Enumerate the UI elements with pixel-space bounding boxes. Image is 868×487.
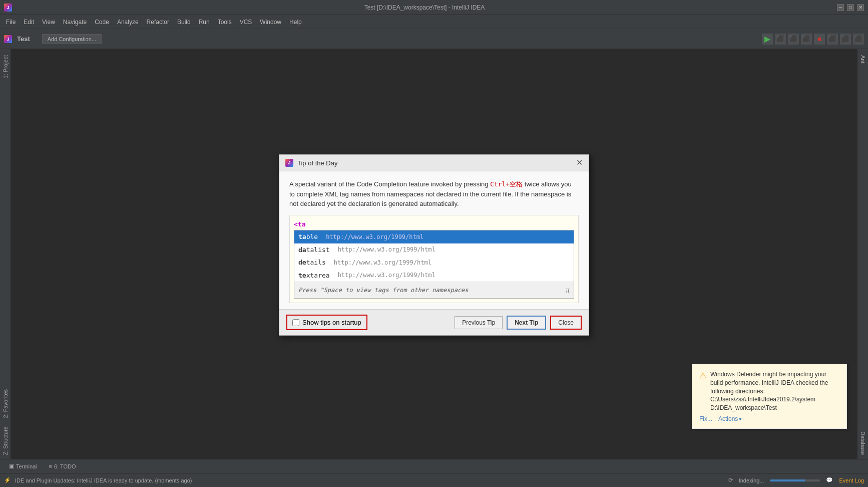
left-sidebar-section: 1: Project 2: Favorites Z: Structure — [1, 51, 10, 459]
dialog-footer: Show tips on startup Previous Tip Next T… — [279, 309, 589, 335]
event-log-label[interactable]: Event Log — [839, 477, 864, 483]
dialog-title-bar: J Tip of the Day ✕ — [279, 155, 589, 171]
terminal-label: Terminal — [16, 463, 37, 469]
close-dialog-button[interactable]: Close — [550, 315, 582, 329]
right-sidebar: Ant Database — [857, 49, 868, 459]
toolbar-logo: J — [4, 35, 12, 43]
tip-description: A special variant of the Code Completion… — [289, 179, 579, 209]
completion-item-textarea[interactable]: textarea http://www.w3.org/1999/html — [294, 269, 574, 282]
actions-link[interactable]: Actions ▾ — [718, 415, 742, 422]
todo-label: 6: TODO — [54, 463, 76, 469]
run-button[interactable]: ▶ — [762, 34, 773, 45]
toolbar: J Test Add Configuration... ▶ ⬛ ⬛ ⬛ ■ ⬛ … — [0, 29, 868, 49]
coverage-button[interactable]: ⬛ — [788, 34, 799, 45]
menu-analyze[interactable]: Analyze — [113, 17, 143, 28]
debug-button[interactable]: ⬛ — [775, 34, 786, 45]
show-tips-label: Show tips on startup — [302, 319, 361, 326]
sidebar-item-project[interactable]: 1: Project — [1, 51, 10, 82]
app-logo: J — [4, 4, 12, 12]
notification-content: ⚠ Windows Defender might be impacting yo… — [699, 370, 839, 412]
menu-edit[interactable]: Edit — [20, 17, 38, 28]
completion-footer-text: Press ^Space to view tags from other nam… — [298, 286, 469, 295]
actions-arrow-icon: ▾ — [739, 416, 742, 422]
menu-code[interactable]: Code — [91, 17, 113, 28]
completion-item-datalist[interactable]: datalist http://www.w3.org/1999/html — [294, 243, 574, 256]
status-update-icon: ⚡ — [4, 477, 11, 483]
terminal-icon: ▣ — [9, 463, 14, 469]
fix-link[interactable]: Fix... — [699, 415, 712, 422]
dialog-title-text: Tip of the Day — [297, 159, 337, 166]
maximize-button[interactable]: □ — [847, 4, 854, 11]
warning-icon: ⚠ — [699, 370, 706, 381]
sidebar-item-structure[interactable]: Z: Structure — [1, 422, 10, 459]
main-area: 1: Project 2: Favorites Z: Structure J T… — [0, 49, 868, 459]
sync-button[interactable]: ⬛ — [840, 34, 851, 45]
menu-navigate[interactable]: Navigate — [59, 17, 91, 28]
pi-symbol: π — [566, 284, 570, 296]
notification-text: Windows Defender might be impacting your… — [710, 370, 839, 412]
dialog-title-left: J Tip of the Day — [285, 159, 337, 167]
right-tab-database[interactable]: Database — [858, 427, 867, 459]
indexing-progress-bar — [770, 479, 820, 481]
bottom-tab-todo[interactable]: ≡ 6: TODO — [44, 461, 81, 471]
todo-icon: ≡ — [49, 463, 52, 469]
menu-build[interactable]: Build — [173, 17, 195, 28]
status-update-text: IDE and Plugin Updates: IntelliJ IDEA is… — [15, 477, 192, 483]
completion-footer: Press ^Space to view tags from other nam… — [294, 282, 574, 298]
menu-window[interactable]: Window — [256, 17, 285, 28]
window-title: Test [D:\IDEA_workspace\Test] - IntelliJ… — [12, 4, 837, 11]
title-bar-controls: ─ □ ✕ — [837, 4, 864, 11]
menu-run[interactable]: Run — [195, 17, 214, 28]
build-button[interactable]: ⬛ — [827, 34, 838, 45]
notification-box: ⚠ Windows Defender might be impacting yo… — [692, 364, 847, 429]
actions-label[interactable]: Actions — [718, 415, 738, 422]
menu-help[interactable]: Help — [285, 17, 306, 28]
progress-fill — [770, 479, 805, 481]
status-bar: ⚡ IDE and Plugin Updates: IntelliJ IDEA … — [0, 473, 868, 487]
show-tips-area: Show tips on startup — [286, 315, 367, 330]
terminal-toolbar-button[interactable]: ⬛ — [853, 34, 864, 45]
code-demo-area: <ta table http://www.w3.org/1999/html da… — [289, 214, 579, 303]
indexing-text: Indexing... — [739, 477, 764, 483]
tip-of-day-dialog: J Tip of the Day ✕ A special variant of … — [279, 154, 589, 336]
completion-item-table[interactable]: table http://www.w3.org/1999/html — [294, 230, 574, 243]
tip-text-before: A special variant of the Code Completion… — [289, 180, 490, 188]
menu-refactor[interactable]: Refactor — [143, 17, 173, 28]
sidebar-item-favorites[interactable]: 2: Favorites — [1, 385, 10, 422]
left-sidebar: 1: Project 2: Favorites Z: Structure — [0, 49, 11, 459]
next-tip-button[interactable]: Next Tip — [507, 315, 546, 329]
minimize-button[interactable]: ─ — [837, 4, 844, 11]
close-window-button[interactable]: ✕ — [857, 4, 864, 11]
completion-item-details[interactable]: details http://www.w3.org/1999/html — [294, 256, 574, 269]
bottom-tab-terminal[interactable]: ▣ Terminal — [4, 461, 42, 471]
spinner-icon: ⟳ — [728, 477, 733, 483]
completion-popup[interactable]: table http://www.w3.org/1999/html datali… — [294, 230, 574, 299]
add-configuration-button[interactable]: Add Configuration... — [42, 34, 102, 44]
code-input-line: <ta — [294, 219, 574, 229]
profile-button[interactable]: ⬛ — [801, 34, 812, 45]
notification-actions: Fix... Actions ▾ — [699, 415, 839, 422]
menu-view[interactable]: View — [38, 17, 59, 28]
status-bar-right: ⟳ Indexing... 💬 Event Log — [728, 477, 864, 483]
project-name: Test — [17, 35, 30, 43]
editor-area: J Tip of the Day ✕ A special variant of … — [11, 49, 857, 459]
dialog-logo: J — [285, 159, 293, 167]
menu-file[interactable]: File — [2, 17, 20, 28]
menu-vcs[interactable]: VCS — [236, 17, 256, 28]
tip-content: A special variant of the Code Completion… — [279, 171, 589, 309]
title-bar: J Test [D:\IDEA_workspace\Test] - Intell… — [0, 0, 868, 15]
event-log-icon: 💬 — [826, 477, 833, 483]
show-tips-checkbox[interactable] — [292, 319, 299, 326]
tip-shortcut: Ctrl+空格 — [490, 180, 523, 188]
bottom-tabs: ▣ Terminal ≡ 6: TODO — [0, 459, 868, 473]
menu-bar: File Edit View Navigate Code Analyze Ref… — [0, 15, 868, 29]
dialog-close-icon-button[interactable]: ✕ — [576, 159, 583, 167]
stop-button[interactable]: ■ — [814, 34, 825, 45]
menu-tools[interactable]: Tools — [214, 17, 236, 28]
previous-tip-button[interactable]: Previous Tip — [455, 316, 503, 329]
right-tab-ant[interactable]: Ant — [858, 51, 867, 68]
